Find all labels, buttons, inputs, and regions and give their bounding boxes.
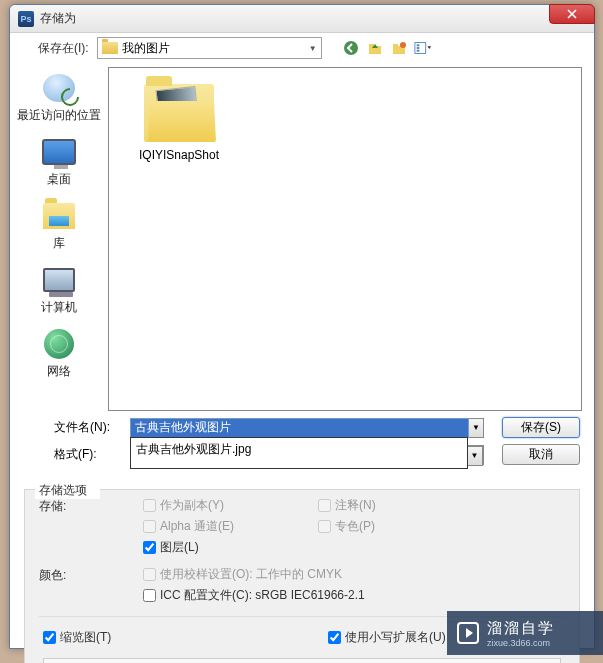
close-button[interactable]	[549, 4, 595, 24]
up-one-level-icon[interactable]	[366, 39, 384, 57]
body-row: 最近访问的位置 桌面 库 计算机 网络	[10, 63, 594, 415]
place-label: 库	[53, 235, 65, 252]
svg-rect-9	[416, 50, 419, 52]
desktop-icon	[42, 139, 76, 165]
chevron-down-icon[interactable]: ▼	[467, 446, 483, 466]
watermark-text: 溜溜自学	[487, 619, 555, 638]
filename-label: 文件名(N):	[54, 419, 120, 436]
chk-as-copy: 作为副本(Y)	[143, 497, 318, 514]
color-options-label: 颜色:	[39, 566, 143, 608]
app-icon: Ps	[18, 11, 34, 27]
place-libraries[interactable]: 库	[14, 197, 104, 255]
computer-icon	[43, 268, 75, 292]
place-label: 最近访问的位置	[17, 107, 101, 124]
place-recent[interactable]: 最近访问的位置	[14, 69, 104, 127]
chk-alpha: Alpha 通道(E)	[143, 518, 318, 535]
info-strip	[43, 658, 561, 663]
play-icon	[457, 622, 479, 644]
fields-area: 文件名(N): ▼ 古典吉他外观图片.jpg 保存(S) 格式(F): ▼ 取消	[10, 415, 594, 479]
svg-rect-8	[416, 47, 419, 49]
folder-icon	[102, 42, 118, 54]
nav-toolbar	[342, 39, 432, 57]
save-options-label: 存储:	[39, 497, 143, 560]
location-combo[interactable]: 我的图片 ▼	[97, 37, 322, 59]
chevron-down-icon: ▼	[309, 44, 317, 53]
back-icon[interactable]	[342, 39, 360, 57]
watermark-url: zixue.3d66.com	[487, 638, 555, 648]
place-desktop[interactable]: 桌面	[14, 133, 104, 191]
file-listing[interactable]: IQIYISnapShot	[108, 67, 582, 411]
filename-suggestion-item[interactable]: 古典吉他外观图片.jpg	[136, 442, 251, 456]
save-in-label: 保存在(I):	[38, 40, 89, 57]
chk-notes: 注释(N)	[318, 497, 493, 514]
folder-name: IQIYISnapShot	[139, 148, 219, 162]
location-bar: 保存在(I): 我的图片 ▼	[10, 33, 594, 63]
chk-icc-profile[interactable]: ICC 配置文件(C): sRGB IEC61966-2.1	[143, 587, 565, 604]
save-as-dialog: Ps 存储为 保存在(I): 我的图片 ▼	[9, 4, 595, 649]
watermark: 溜溜自学 zixue.3d66.com	[447, 611, 603, 655]
chk-layers[interactable]: 图层(L)	[143, 539, 318, 556]
place-computer[interactable]: 计算机	[14, 261, 104, 319]
recent-icon	[43, 74, 75, 102]
place-label: 计算机	[41, 299, 77, 316]
location-text: 我的图片	[122, 40, 170, 57]
new-folder-icon[interactable]	[390, 39, 408, 57]
format-label: 格式(F):	[54, 446, 120, 463]
filename-input[interactable]	[130, 418, 469, 438]
chk-spot: 专色(P)	[318, 518, 493, 535]
svg-point-0	[344, 41, 358, 55]
view-menu-icon[interactable]	[414, 39, 432, 57]
places-bar: 最近访问的位置 桌面 库 计算机 网络	[10, 63, 108, 415]
libraries-icon	[43, 203, 75, 229]
close-icon	[567, 9, 577, 19]
window-title: 存储为	[40, 10, 76, 27]
save-button[interactable]: 保存(S)	[502, 417, 580, 438]
chk-proof: 使用校样设置(O): 工作中的 CMYK	[143, 566, 565, 583]
svg-rect-7	[416, 44, 419, 46]
network-icon	[44, 329, 74, 359]
svg-rect-6	[415, 43, 426, 54]
chk-thumbnail[interactable]: 缩览图(T)	[43, 629, 218, 646]
options-title: 存储选项	[35, 482, 100, 499]
place-network[interactable]: 网络	[14, 325, 104, 383]
place-label: 网络	[47, 363, 71, 380]
svg-rect-4	[393, 44, 398, 47]
folder-icon	[140, 78, 218, 142]
filename-suggestion-list[interactable]: 古典吉他外观图片.jpg	[130, 437, 468, 469]
chevron-down-icon[interactable]: ▼	[469, 418, 484, 438]
cancel-button[interactable]: 取消	[502, 444, 580, 465]
folder-item[interactable]: IQIYISnapShot	[119, 78, 239, 162]
svg-point-5	[400, 42, 406, 48]
place-label: 桌面	[47, 171, 71, 188]
titlebar[interactable]: Ps 存储为	[10, 5, 594, 33]
